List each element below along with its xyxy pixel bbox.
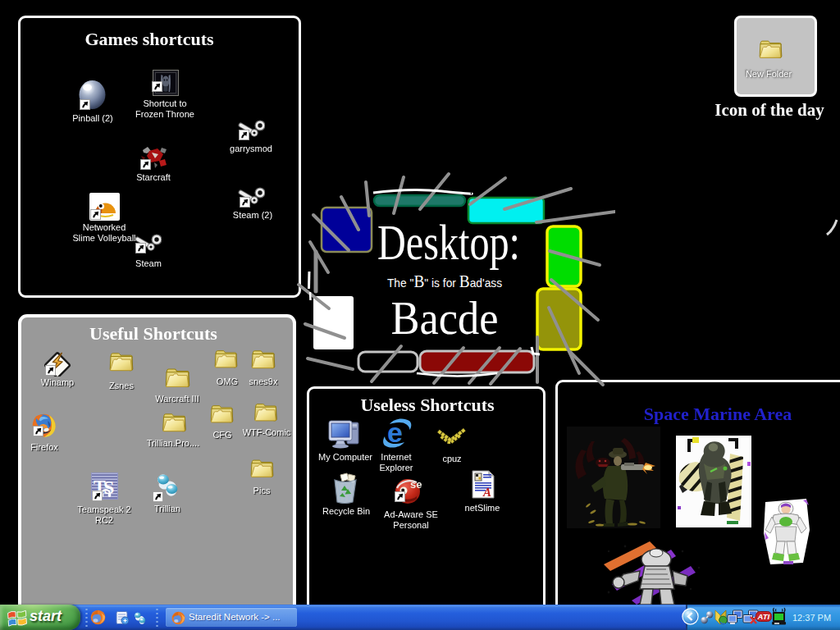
svg-text:Desktop:: Desktop: xyxy=(377,215,520,270)
svg-text:ATI: ATI xyxy=(757,612,770,621)
svg-text:se: se xyxy=(410,478,422,491)
svg-text:A: A xyxy=(482,486,491,499)
svg-text:Bacde: Bacde xyxy=(391,291,499,345)
